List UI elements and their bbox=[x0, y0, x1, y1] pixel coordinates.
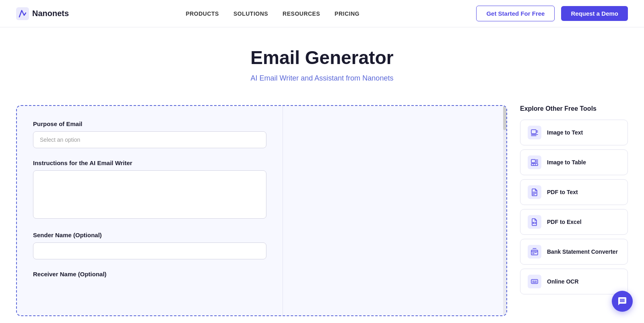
form-column: Purpose of Email Select an option Instru… bbox=[17, 106, 283, 315]
image-to-text-icon bbox=[528, 126, 541, 139]
nav-resources[interactable]: RESOURCES bbox=[283, 10, 320, 17]
navbar: Nanonets PRODUCTS SOLUTIONS RESOURCES PR… bbox=[0, 0, 644, 27]
tool-label-pdf-to-excel: PDF to Excel bbox=[547, 219, 582, 225]
tool-item-image-to-table[interactable]: Image to Table bbox=[520, 149, 628, 175]
hero-section: Email Generator AI Email Writer and Assi… bbox=[0, 27, 644, 95]
tool-label-image-to-text: Image to Text bbox=[547, 129, 583, 136]
receiver-field-group: Receiver Name (Optional) bbox=[33, 271, 266, 277]
pdf-to-text-icon bbox=[528, 185, 541, 199]
bank-statement-icon bbox=[528, 245, 541, 259]
logo-text: Nanonets bbox=[32, 9, 69, 18]
purpose-field-group: Purpose of Email Select an option bbox=[33, 120, 266, 148]
tool-label-bank-statement: Bank Statement Converter bbox=[547, 248, 618, 255]
svg-rect-24 bbox=[531, 280, 538, 284]
tool-area: Purpose of Email Select an option Instru… bbox=[16, 105, 507, 316]
tool-item-online-ocr[interactable]: Online OCR bbox=[520, 269, 628, 294]
sender-field-group: Sender Name (Optional) bbox=[33, 232, 266, 259]
sidebar: Explore Other Free Tools Image to Text bbox=[507, 105, 628, 316]
tool-card-inner: Purpose of Email Select an option Instru… bbox=[17, 106, 506, 315]
online-ocr-icon bbox=[528, 275, 541, 288]
nav-products[interactable]: PRODUCTS bbox=[186, 10, 219, 17]
purpose-label: Purpose of Email bbox=[33, 120, 266, 127]
receiver-label: Receiver Name (Optional) bbox=[33, 271, 266, 277]
purpose-select[interactable]: Select an option bbox=[33, 131, 266, 148]
svg-rect-10 bbox=[531, 164, 538, 166]
chat-button[interactable] bbox=[612, 291, 633, 312]
tool-label-image-to-table: Image to Table bbox=[547, 159, 586, 166]
output-column bbox=[283, 106, 506, 315]
request-demo-button[interactable]: Request a Demo bbox=[561, 6, 628, 21]
tool-item-pdf-to-text[interactable]: PDF to Text bbox=[520, 179, 628, 205]
get-started-button[interactable]: Get Started For Free bbox=[476, 6, 555, 21]
sender-input[interactable] bbox=[33, 242, 266, 259]
svg-rect-6 bbox=[531, 159, 535, 163]
sender-label: Sender Name (Optional) bbox=[33, 232, 266, 238]
tool-label-online-ocr: Online OCR bbox=[547, 278, 579, 285]
nav-pricing[interactable]: PRICING bbox=[334, 10, 359, 17]
pdf-to-excel-icon bbox=[528, 215, 541, 229]
scrollbar-track[interactable] bbox=[503, 106, 506, 315]
nav-solutions[interactable]: SOLUTIONS bbox=[233, 10, 268, 17]
tool-item-image-to-text[interactable]: Image to Text bbox=[520, 120, 628, 145]
tool-card: Purpose of Email Select an option Instru… bbox=[16, 105, 507, 316]
svg-rect-0 bbox=[16, 7, 29, 20]
logo[interactable]: Nanonets bbox=[16, 7, 69, 20]
instructions-field-group: Instructions for the AI Email Writer bbox=[33, 159, 266, 220]
main-layout: Purpose of Email Select an option Instru… bbox=[0, 95, 644, 323]
tool-item-bank-statement[interactable]: Bank Statement Converter bbox=[520, 239, 628, 265]
instructions-textarea[interactable] bbox=[33, 170, 266, 219]
page-title: Email Generator bbox=[8, 47, 636, 68]
nav-actions: Get Started For Free Request a Demo bbox=[476, 6, 628, 21]
tool-item-pdf-to-excel[interactable]: PDF to Excel bbox=[520, 209, 628, 235]
image-to-table-icon bbox=[528, 155, 541, 169]
svg-rect-1 bbox=[531, 130, 536, 134]
nav-links: PRODUCTS SOLUTIONS RESOURCES PRICING bbox=[186, 10, 359, 17]
page-subtitle: AI Email Writer and Assistant from Nanon… bbox=[8, 74, 636, 83]
scrollbar-thumb[interactable] bbox=[503, 106, 506, 130]
tool-label-pdf-to-text: PDF to Text bbox=[547, 189, 578, 195]
instructions-label: Instructions for the AI Email Writer bbox=[33, 159, 266, 166]
sidebar-title: Explore Other Free Tools bbox=[520, 105, 628, 112]
